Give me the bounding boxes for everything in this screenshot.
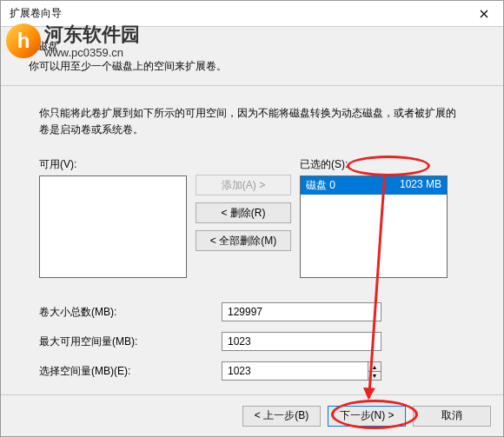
disk-size: 1023 MB	[400, 178, 441, 193]
disk-name: 磁盘 0	[306, 178, 335, 193]
select-space-input[interactable]	[222, 361, 368, 381]
available-label: 可用(V):	[39, 157, 187, 172]
remove-all-button[interactable]: < 全部删除(M)	[196, 230, 291, 251]
back-button[interactable]: < 上一步(B)	[242, 406, 321, 427]
selected-column: 已选的(S): 磁盘 0 1023 MB	[300, 157, 448, 278]
intro-text: 你只能将此卷扩展到如下所示的可用空间，因为不能将磁盘转换为动态磁盘，或者被扩展的…	[39, 105, 465, 138]
wizard-footer: < 上一步(B) 下一步(N) > 取消	[1, 394, 503, 436]
header-title: 选择磁盘	[17, 39, 487, 54]
header-subtitle: 你可以用至少一个磁盘上的空间来扩展卷。	[29, 59, 487, 74]
spin-up[interactable]: ▲	[368, 361, 381, 371]
window-title: 扩展卷向导	[10, 6, 62, 21]
selected-listbox[interactable]: 磁盘 0 1023 MB	[300, 175, 448, 278]
select-space-label: 选择空间量(MB)(E):	[39, 364, 222, 379]
spin-down[interactable]: ▼	[368, 371, 381, 381]
cancel-button[interactable]: 取消	[413, 406, 491, 427]
wizard-window: 扩展卷向导 h 河东软件园 www.pc0359.cn 选择磁盘 你可以用至少一…	[0, 0, 504, 437]
total-size-value: 129997	[222, 302, 381, 321]
close-button[interactable]	[464, 1, 503, 27]
wizard-body: 你只能将此卷扩展到如下所示的可用空间，因为不能将磁盘转换为动态磁盘，或者被扩展的…	[1, 86, 503, 395]
available-listbox[interactable]	[39, 175, 187, 278]
remove-button[interactable]: < 删除(R)	[196, 202, 291, 223]
list-item[interactable]: 磁盘 0 1023 MB	[301, 176, 447, 195]
next-button[interactable]: 下一步(N) >	[328, 406, 406, 427]
wizard-header: 选择磁盘 你可以用至少一个磁盘上的空间来扩展卷。	[1, 27, 503, 86]
available-column: 可用(V):	[39, 157, 187, 278]
add-button: 添加(A) >	[196, 175, 291, 195]
select-space-spinner[interactable]: ▲ ▼	[222, 361, 381, 381]
max-space-value: 1023	[222, 332, 381, 351]
selected-label: 已选的(S):	[300, 157, 448, 172]
total-size-label: 卷大小总数(MB):	[39, 305, 222, 320]
transfer-buttons: 添加(A) > < 删除(R) < 全部删除(M)	[187, 157, 300, 251]
max-space-label: 最大可用空间量(MB):	[39, 334, 222, 349]
title-bar: 扩展卷向导	[1, 1, 503, 27]
